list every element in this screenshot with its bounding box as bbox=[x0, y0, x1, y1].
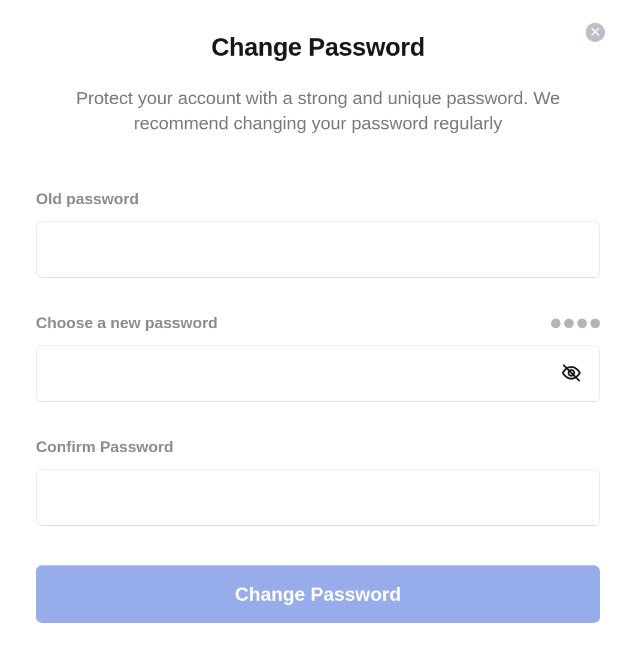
old-password-input[interactable] bbox=[36, 222, 600, 278]
confirm-password-label: Confirm Password bbox=[36, 438, 174, 456]
strength-dot-icon bbox=[551, 319, 561, 328]
close-icon bbox=[591, 28, 599, 38]
new-password-group: Choose a new password bbox=[36, 314, 600, 402]
new-password-label: Choose a new password bbox=[36, 314, 217, 332]
confirm-password-group: Confirm Password bbox=[36, 438, 600, 526]
modal-subtitle: Protect your account with a strong and u… bbox=[72, 86, 564, 136]
modal-title: Change Password bbox=[36, 33, 600, 62]
strength-dot-icon bbox=[577, 319, 587, 328]
old-password-label: Old password bbox=[36, 190, 139, 208]
change-password-modal: Change Password Protect your account wit… bbox=[0, 0, 636, 659]
toggle-password-visibility-button[interactable] bbox=[557, 359, 586, 389]
new-password-input[interactable] bbox=[36, 346, 600, 402]
password-strength-indicator bbox=[551, 319, 600, 328]
old-password-group: Old password bbox=[36, 190, 600, 278]
strength-dot-icon bbox=[590, 319, 600, 328]
close-button[interactable] bbox=[586, 23, 605, 42]
change-password-button[interactable]: Change Password bbox=[36, 565, 600, 623]
confirm-password-input[interactable] bbox=[36, 470, 600, 526]
strength-dot-icon bbox=[564, 319, 574, 328]
eye-off-icon bbox=[561, 362, 582, 386]
